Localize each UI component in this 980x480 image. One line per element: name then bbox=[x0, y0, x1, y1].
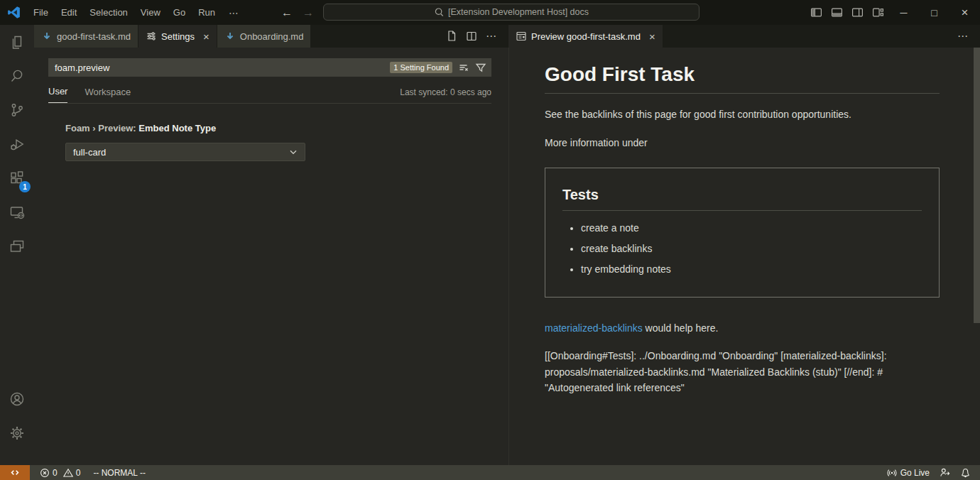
embedded-note-card: Tests create a note create backlinks try… bbox=[545, 168, 940, 298]
toggle-secondary-sidebar-icon[interactable] bbox=[847, 0, 868, 25]
tests-list: create a note create backlinks try embed… bbox=[562, 221, 922, 277]
remote-explorer-icon[interactable] bbox=[0, 195, 34, 229]
title-bar: File Edit Selection View Go Run ⋯ ← → [E… bbox=[0, 0, 980, 25]
go-back-button[interactable]: ← bbox=[281, 6, 293, 19]
setting-category: Foam › Preview: bbox=[65, 123, 138, 133]
clear-settings-search-icon[interactable] bbox=[458, 62, 469, 73]
tab-label: Onboarding.md bbox=[240, 31, 304, 42]
open-settings-json-icon[interactable] bbox=[446, 31, 457, 42]
list-item: create a note bbox=[581, 221, 922, 236]
menu-go[interactable]: Go bbox=[167, 0, 192, 25]
tab-label: good-first-task.md bbox=[57, 31, 131, 42]
window-controls: ─ □ × bbox=[806, 0, 980, 25]
markdown-preview: Good First Task See the backlinks of thi… bbox=[508, 48, 980, 465]
vscode-logo-icon bbox=[7, 6, 21, 19]
customize-layout-icon[interactable] bbox=[868, 0, 888, 25]
extensions-badge: 1 bbox=[19, 181, 31, 192]
editor-tabs-right: Preview good-first-task.md × ⋯ bbox=[508, 25, 980, 48]
maximize-button[interactable]: □ bbox=[919, 0, 949, 25]
setting-name: Embed Note Type bbox=[138, 123, 216, 133]
go-live-label: Go Live bbox=[900, 468, 930, 478]
windows-view-icon[interactable] bbox=[0, 229, 34, 263]
activity-bar: 1 bbox=[0, 25, 34, 465]
list-item: create backlinks bbox=[581, 241, 922, 256]
history-nav: ← → bbox=[281, 0, 314, 25]
close-window-button[interactable]: × bbox=[949, 0, 980, 25]
chevron-down-icon bbox=[288, 146, 299, 158]
menu-edit[interactable]: Edit bbox=[55, 0, 83, 25]
settings-editor: foam.preview 1 Setting Found User Worksp… bbox=[34, 48, 508, 465]
dropdown-value: full-card bbox=[73, 147, 106, 158]
split-editor-icon[interactable] bbox=[466, 31, 477, 42]
settings-scope-tabs: User Workspace Last synced: 0 secs ago bbox=[48, 86, 491, 104]
activity-bar-bottom bbox=[0, 382, 34, 450]
setting-title: Foam › Preview: Embed Note Type bbox=[65, 123, 508, 133]
tab-onboarding[interactable]: Onboarding.md bbox=[217, 25, 311, 48]
preview-content: Good First Task See the backlinks of thi… bbox=[509, 48, 980, 396]
tab-label: Preview good-first-task.md bbox=[531, 31, 641, 42]
tab-good-first-task[interactable]: good-first-task.md bbox=[34, 25, 138, 48]
editor-tabs-left: good-first-task.md Settings × Onboarding… bbox=[34, 25, 508, 48]
menu-more-button[interactable]: ⋯ bbox=[222, 7, 246, 18]
source-control-icon[interactable] bbox=[0, 93, 34, 127]
settings-found-badge: 1 Setting Found bbox=[390, 62, 452, 73]
feedback-icon[interactable] bbox=[940, 467, 950, 478]
preview-scrollbar[interactable] bbox=[974, 48, 980, 323]
warning-count: 0 bbox=[76, 468, 81, 478]
link-tail-text: would help here. bbox=[643, 322, 719, 334]
editor-actions-left: ⋯ bbox=[446, 25, 508, 48]
menu-view[interactable]: View bbox=[134, 0, 167, 25]
go-live-button[interactable]: Go Live bbox=[887, 468, 930, 478]
toggle-panel-icon[interactable] bbox=[827, 0, 847, 25]
settings-gear-icon[interactable] bbox=[0, 416, 34, 450]
notifications-bell-icon[interactable] bbox=[960, 467, 971, 478]
toggle-sidebar-icon[interactable] bbox=[806, 0, 827, 25]
embedded-note-heading: Tests bbox=[562, 187, 922, 211]
last-synced-label: Last synced: 0 secs ago bbox=[400, 87, 491, 103]
menu-run[interactable]: Run bbox=[192, 0, 222, 25]
settings-search-input[interactable]: foam.preview 1 Setting Found bbox=[48, 58, 491, 77]
close-tab-icon[interactable]: × bbox=[203, 31, 209, 42]
status-bar-right: Go Live bbox=[887, 467, 980, 478]
materialized-backlinks-link[interactable]: materialized-backlinks bbox=[545, 322, 643, 334]
setting-embed-note-type: Foam › Preview: Embed Note Type full-car… bbox=[65, 123, 508, 161]
command-center-label: [Extension Development Host] docs bbox=[448, 7, 589, 17]
scope-tab-workspace[interactable]: Workspace bbox=[85, 87, 131, 103]
preview-paragraph: materialized-backlinks would help here. bbox=[545, 320, 940, 336]
go-forward-button[interactable]: → bbox=[303, 6, 314, 19]
remote-indicator[interactable] bbox=[0, 465, 30, 480]
search-icon bbox=[434, 7, 444, 17]
problems-indicator[interactable]: 0 0 bbox=[40, 468, 80, 478]
status-bar: 0 0 -- NORMAL -- Go Live bbox=[0, 465, 980, 480]
tab-settings[interactable]: Settings × bbox=[138, 25, 217, 48]
scope-tab-user[interactable]: User bbox=[48, 86, 67, 103]
extensions-icon[interactable]: 1 bbox=[0, 161, 34, 195]
tab-preview-good-first-task[interactable]: Preview good-first-task.md × bbox=[508, 25, 663, 48]
close-tab-icon[interactable]: × bbox=[649, 31, 655, 42]
vim-mode-indicator[interactable]: -- NORMAL -- bbox=[93, 468, 146, 478]
link-references-text: [[Onboarding#Tests]: ../Onboarding.md "O… bbox=[545, 348, 940, 396]
error-count: 0 bbox=[53, 468, 58, 478]
editor-actions-right: ⋯ bbox=[957, 25, 980, 48]
account-icon[interactable] bbox=[0, 382, 34, 416]
settings-search-value: foam.preview bbox=[55, 62, 109, 73]
preview-paragraph: More information under bbox=[545, 135, 940, 151]
list-item: try embedding notes bbox=[581, 262, 922, 277]
preview-title: Good First Task bbox=[545, 57, 940, 94]
explorer-icon[interactable] bbox=[0, 25, 34, 59]
command-center-search[interactable]: [Extension Development Host] docs bbox=[323, 4, 699, 21]
tab-label: Settings bbox=[161, 31, 195, 42]
embed-note-type-dropdown[interactable]: full-card bbox=[65, 143, 305, 161]
preview-paragraph: See the backlinks of this page for good … bbox=[545, 107, 940, 122]
menu-selection[interactable]: Selection bbox=[83, 0, 134, 25]
search-view-icon[interactable] bbox=[0, 59, 34, 93]
menu-file[interactable]: File bbox=[27, 0, 55, 25]
minimize-button[interactable]: ─ bbox=[888, 0, 919, 25]
vscode-window: File Edit Selection View Go Run ⋯ ← → [E… bbox=[0, 0, 980, 480]
settings-search-row: foam.preview 1 Setting Found bbox=[34, 48, 508, 77]
more-actions-icon[interactable]: ⋯ bbox=[957, 30, 969, 43]
run-debug-icon[interactable] bbox=[0, 127, 34, 161]
filter-settings-icon[interactable] bbox=[475, 62, 486, 73]
more-actions-icon[interactable]: ⋯ bbox=[486, 30, 497, 43]
